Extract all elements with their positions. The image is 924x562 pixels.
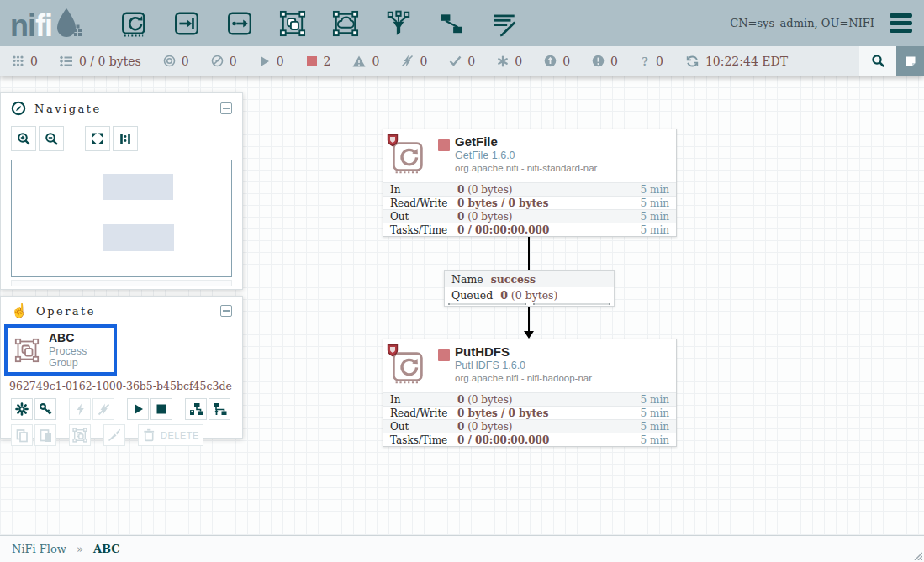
collapse-navigate-button[interactable] — [220, 102, 232, 114]
zoom-out-button[interactable] — [39, 126, 64, 151]
selected-component-id: 962749c1-0162-1000-36b5-b45bcf45c3de — [9, 380, 242, 392]
upload-template-button[interactable] — [209, 398, 230, 420]
stale-up-arrow-icon — [544, 55, 557, 67]
gear-icon — [15, 402, 29, 416]
flow-status-bar: 0 0 / 0 bytes 0 — [0, 46, 924, 76]
toolbar-remote-process-group-button[interactable] — [331, 9, 360, 38]
configuration-button[interactable] — [11, 398, 33, 420]
birdseye-map[interactable] — [11, 160, 232, 277]
collapse-operate-button[interactable] — [220, 305, 232, 317]
restricted-shield-icon — [387, 344, 399, 357]
navigate-palette: Navigate — [0, 92, 243, 290]
connection-label[interactable]: Name success Queued 0 (0 bytes) — [444, 270, 615, 307]
disabled-bolt-slash-icon — [401, 55, 414, 67]
zoom-fit-button[interactable] — [85, 126, 110, 151]
active-threads-icon — [12, 55, 24, 67]
output-port-icon — [226, 10, 253, 37]
status-running: 0 — [248, 55, 295, 68]
stat-row-tasks-time: Tasks/Time 0 / 00:00:00.000 5 min — [383, 223, 676, 236]
stat-row-in: In 0 (0 bytes) 5 min — [383, 392, 676, 406]
processor-getfile[interactable]: GetFile GetFile 1.6.0 org.apache.nifi - … — [383, 129, 677, 237]
running-icon — [259, 55, 271, 67]
zoom-actual-size-button[interactable] — [113, 126, 138, 151]
access-policies-button[interactable] — [34, 398, 56, 420]
not-transmitting-icon — [211, 55, 224, 67]
flow-canvas[interactable]: Name success Queued 0 (0 bytes) — [0, 76, 924, 535]
status-up-to-date: 0 — [438, 55, 486, 68]
processor-icon — [390, 138, 427, 176]
hand-pointer-icon: ☝ — [11, 304, 28, 318]
toolbar-template-button[interactable] — [437, 9, 466, 38]
save-template-button[interactable] — [185, 398, 207, 420]
note-page-icon — [904, 55, 917, 68]
input-port-icon — [173, 10, 200, 37]
group-icon — [72, 428, 87, 443]
component-toolbar — [119, 9, 519, 38]
delete-button-label: DELETE — [161, 430, 199, 440]
search-button[interactable] — [859, 46, 896, 76]
current-user: CN=sys_admin, OU=NIFI — [730, 17, 874, 29]
operate-title: Operate — [36, 305, 96, 318]
app-header: nifi — [0, 0, 924, 46]
bulletin-note-button[interactable] — [896, 46, 924, 76]
bolt-icon — [74, 403, 87, 416]
toolbar-output-port-button[interactable] — [225, 9, 254, 38]
paste-button[interactable] — [34, 424, 56, 446]
status-sync-failure: ? 0 — [629, 55, 674, 68]
stat-row-out: Out 0 (0 bytes) 5 min — [383, 209, 676, 223]
toolbar-processor-button[interactable] — [119, 9, 148, 38]
compass-icon — [11, 101, 26, 116]
toolbar-input-port-button[interactable] — [172, 9, 201, 38]
status-transmitting: 0 — [152, 55, 200, 68]
toolbar-process-group-button[interactable] — [278, 9, 307, 38]
stop-icon — [155, 402, 168, 416]
processor-puthdfs[interactable]: PutHDFS PutHDFS 1.6.0 org.apache.nifi - … — [383, 339, 677, 447]
resize-grip[interactable] — [912, 550, 922, 560]
logo-text: ni — [10, 13, 35, 39]
connection-line[interactable] — [528, 236, 530, 270]
one-to-one-icon — [119, 132, 132, 145]
group-button[interactable] — [69, 424, 91, 446]
processor-stats: In 0 (0 bytes) 5 min Read/Write 0 bytes … — [383, 392, 676, 446]
connection-queued-value: 0 (0 bytes) — [500, 289, 557, 302]
global-menu-icon[interactable] — [890, 13, 912, 33]
change-color-button[interactable] — [103, 424, 125, 446]
delete-button[interactable]: DELETE — [138, 424, 203, 446]
start-button[interactable] — [127, 398, 149, 420]
invalid-warning-icon — [352, 55, 366, 67]
processor-name: PutHDFS — [455, 344, 592, 359]
zoom-out-icon — [45, 132, 59, 146]
breadcrumb-root-link[interactable]: NiFi Flow — [12, 543, 66, 555]
brush-icon — [108, 428, 121, 442]
header-right: CN=sys_admin, OU=NIFI — [730, 13, 912, 33]
nifi-logo: nifi — [10, 7, 98, 40]
toolbar-label-button[interactable] — [490, 9, 519, 38]
refresh-icon — [685, 55, 700, 68]
process-group-icon — [279, 10, 306, 37]
processor-bundle: org.apache.nifi - nifi-hadoop-nar — [455, 373, 592, 383]
refresh-status[interactable]: 10:22:44 EDT — [674, 55, 799, 68]
trash-icon — [142, 428, 156, 442]
connection-line[interactable] — [528, 304, 530, 331]
status-stopped: 2 — [295, 55, 342, 68]
processor-icon — [120, 10, 147, 37]
toolbar-funnel-button[interactable] — [384, 9, 413, 38]
selected-component: ABC Process Group — [4, 324, 117, 376]
zoom-in-button[interactable] — [11, 126, 36, 151]
connection-arrowhead — [524, 331, 534, 339]
breadcrumb-current[interactable]: ABC — [93, 543, 120, 555]
queued-list-icon — [60, 55, 73, 67]
connection-queued-row: Queued 0 (0 bytes) — [445, 287, 614, 303]
bolt-slash-icon — [98, 403, 110, 416]
stat-row-read-write: Read/Write 0 bytes / 0 bytes 5 min — [383, 196, 676, 209]
disable-button[interactable] — [92, 398, 114, 420]
status-stale: 0 — [533, 55, 581, 68]
birdseye-brush[interactable] — [11, 280, 232, 286]
transmitting-icon — [163, 55, 176, 67]
enable-button[interactable] — [69, 398, 91, 420]
copy-button[interactable] — [11, 424, 33, 446]
process-group-icon — [13, 338, 41, 363]
key-icon — [39, 402, 52, 416]
exclamation-circle-icon — [592, 55, 605, 67]
stop-button[interactable] — [150, 398, 172, 420]
